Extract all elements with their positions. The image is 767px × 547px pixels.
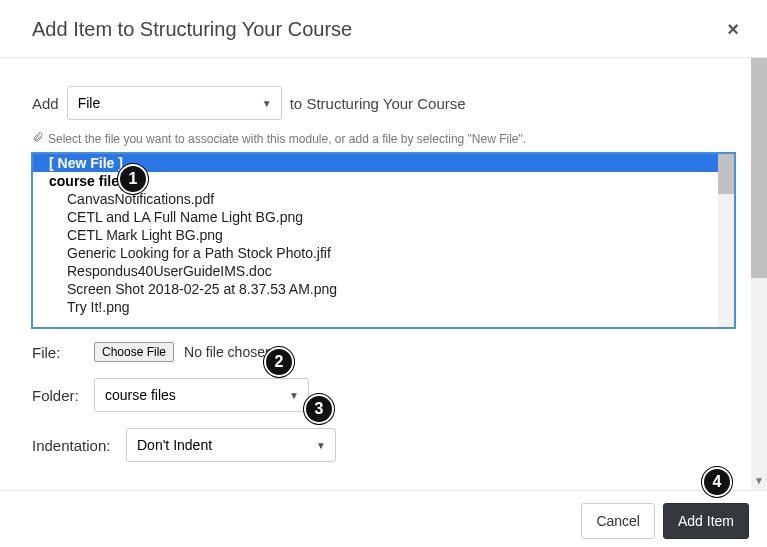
indentation-label: Indentation: (32, 437, 116, 454)
list-item[interactable]: Try It!.png (33, 298, 734, 316)
list-item[interactable]: CETL and LA Full Name Light BG.png (33, 208, 734, 226)
folder-label: Folder: (32, 387, 84, 404)
add-suffix-label: to Structuring Your Course (290, 95, 466, 112)
file-upload-row: File: Choose File No file chosen (32, 342, 735, 362)
add-type-select-wrap: File ▼ (67, 86, 282, 120)
close-icon[interactable]: × (719, 14, 747, 45)
listbox-scrollbar[interactable] (718, 154, 734, 327)
modal-header: Add Item to Structuring Your Course × (0, 0, 767, 58)
folder-row: Folder: course files ▼ (32, 378, 735, 412)
add-prefix-label: Add (32, 95, 59, 112)
folder-select[interactable]: course files (94, 378, 309, 412)
indentation-select[interactable]: Don't Indent (126, 428, 336, 462)
cancel-button[interactable]: Cancel (581, 503, 655, 539)
body-scroll-thumb[interactable] (751, 58, 767, 278)
add-type-select[interactable]: File (67, 86, 282, 120)
callout-badge-3: 3 (304, 394, 334, 424)
list-item[interactable]: Generic Looking for a Path Stock Photo.j… (33, 244, 734, 262)
indentation-select-wrap: Don't Indent ▼ (126, 428, 336, 462)
callout-badge-4: 4 (702, 467, 732, 497)
list-item[interactable]: Screen Shot 2018-02-25 at 8.37.53 AM.png (33, 280, 734, 298)
paperclip-icon (32, 130, 44, 147)
scroll-down-icon[interactable]: ▼ (751, 474, 767, 490)
folder-select-wrap: course files ▼ (94, 378, 309, 412)
add-type-row: Add File ▼ to Structuring Your Course (32, 86, 735, 120)
modal-title: Add Item to Structuring Your Course (32, 18, 352, 41)
modal-body: Add File ▼ to Structuring Your Course Se… (0, 58, 767, 484)
hint-text: Select the file you want to associate wi… (48, 132, 526, 146)
file-status-text: No file chosen (184, 344, 273, 360)
callout-badge-2: 2 (264, 347, 294, 377)
file-label: File: (32, 344, 84, 361)
list-item[interactable]: Respondus40UserGuideIMS.doc (33, 262, 734, 280)
list-item[interactable]: CETL Mark Light BG.png (33, 226, 734, 244)
body-scrollbar[interactable]: ▼ (751, 58, 767, 490)
listbox-scroll-thumb[interactable] (718, 154, 734, 194)
callout-badge-1: 1 (118, 164, 148, 194)
indentation-row: Indentation: Don't Indent ▼ (32, 428, 735, 462)
modal-footer: Cancel Add Item (0, 490, 767, 547)
modal-body-wrap: Add File ▼ to Structuring Your Course Se… (0, 58, 767, 490)
add-item-button[interactable]: Add Item (663, 503, 749, 539)
choose-file-button[interactable]: Choose File (94, 342, 174, 362)
hint-row: Select the file you want to associate wi… (32, 130, 735, 147)
